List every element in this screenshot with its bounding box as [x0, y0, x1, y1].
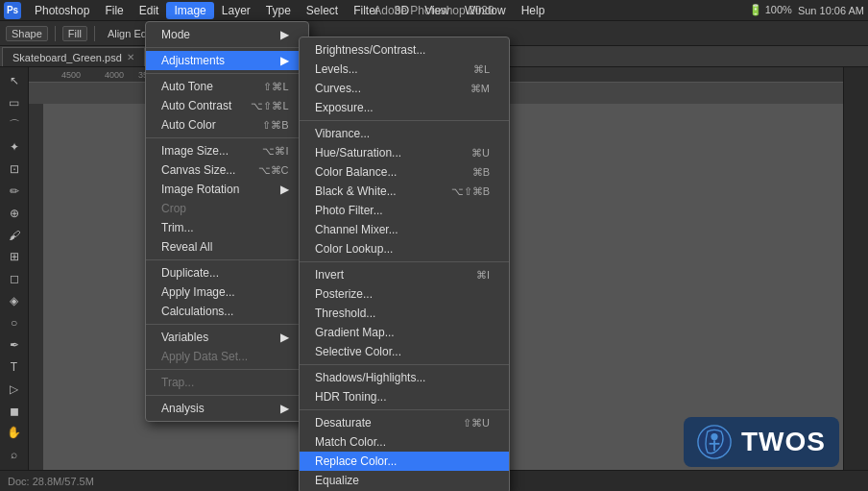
menu-sep-5 [146, 324, 308, 325]
adj-color-lookup[interactable]: Color Lookup... [300, 239, 509, 258]
svg-point-16 [711, 433, 717, 440]
adj-sep-4 [300, 409, 509, 410]
menu-item-variables[interactable]: Variables▶ [146, 328, 308, 347]
right-panel [843, 67, 868, 491]
menu-sep-1 [146, 47, 308, 48]
tool-gradient[interactable]: ◈ [4, 291, 25, 311]
status-doc-sizes: Doc: 28.8M/57.5M [8, 476, 94, 487]
toolbar-sep2 [94, 26, 95, 41]
twos-badge: TWOS [684, 417, 839, 467]
adj-desaturate[interactable]: Desaturate⇧⌘U [300, 413, 509, 432]
tool-select-rect[interactable]: ▭ [4, 93, 25, 113]
adj-replace-color[interactable]: Replace Color... [300, 452, 509, 471]
adjustments-submenu: Brightness/Contrast... Levels...⌘L Curve… [299, 37, 510, 491]
menu-help[interactable]: Help [514, 2, 553, 19]
app-title: Adobe Photoshop 2020 [374, 4, 494, 17]
image-menu-dropdown: Mode▶ Adjustments▶ Auto Tone⇧⌘L Auto Con… [145, 21, 309, 422]
ruler-vertical [29, 104, 44, 491]
adj-curves[interactable]: Curves...⌘M [300, 79, 509, 98]
tool-lasso[interactable]: ⌒ [4, 115, 25, 135]
tool-shape[interactable]: Shape [6, 26, 48, 41]
adj-color-balance[interactable]: Color Balance...⌘B [300, 162, 509, 182]
tool-magic-wand[interactable]: ✦ [4, 137, 25, 158]
tool-brush[interactable]: 🖌 [4, 225, 25, 245]
adj-sep-2 [300, 261, 509, 262]
twos-logo-icon [697, 425, 732, 459]
adj-brightness-contrast[interactable]: Brightness/Contrast... [300, 40, 509, 60]
adj-equalize[interactable]: Equalize [300, 471, 509, 490]
adj-black-white[interactable]: Black & White...⌥⇧⌘B [300, 182, 509, 201]
tool-shape-tool[interactable]: ◼ [4, 401, 25, 421]
menu-item-trim[interactable]: Trim... [146, 218, 308, 237]
tools-panel: ↖ ▭ ⌒ ✦ ⊡ ✏ ⊕ 🖌 ⊞ ◻ ◈ ○ ✒ T ▷ ◼ ✋ ⌕ [0, 67, 29, 491]
menu-sep-7 [146, 395, 308, 396]
tool-eraser[interactable]: ◻ [4, 269, 25, 289]
menu-sep-6 [146, 369, 308, 370]
twos-text: TWOS [741, 427, 826, 457]
adj-exposure[interactable]: Exposure... [300, 98, 509, 117]
menu-item-image-rotation[interactable]: Image Rotation▶ [146, 180, 308, 199]
menu-photoshop[interactable]: Photoshop [27, 2, 97, 19]
adj-hue-saturation[interactable]: Hue/Saturation...⌘U [300, 143, 509, 162]
menu-sep-4 [146, 259, 308, 260]
tool-fill[interactable]: Fill [62, 26, 87, 41]
tool-crop[interactable]: ⊡ [4, 160, 25, 180]
battery-indicator: 🔋 100% [749, 4, 792, 16]
tool-zoom[interactable]: ⌕ [4, 445, 25, 465]
tool-eyedropper[interactable]: ✏ [4, 181, 25, 201]
close-tab-skateboard[interactable]: ✕ [127, 52, 134, 62]
adj-shadows-highlights[interactable]: Shadows/Highlights... [300, 368, 509, 387]
menu-sep-3 [146, 137, 308, 138]
clock: Sun 10:06 AM [798, 5, 864, 16]
adj-vibrance[interactable]: Vibrance... [300, 124, 509, 143]
menu-select[interactable]: Select [299, 2, 346, 19]
menu-item-duplicate[interactable]: Duplicate... [146, 263, 308, 282]
menu-item-apply-image[interactable]: Apply Image... [146, 282, 308, 302]
menu-bar: Ps Photoshop File Edit Image Layer Type … [0, 0, 868, 21]
tab-skateboard[interactable]: Skateboard_Green.psd ✕ [2, 47, 145, 66]
menu-file[interactable]: File [97, 2, 131, 19]
menu-image[interactable]: Image [166, 2, 213, 19]
tool-type[interactable]: T [4, 356, 25, 377]
menu-sep-2 [146, 73, 308, 74]
menu-item-auto-color[interactable]: Auto Color⇧⌘B [146, 115, 308, 135]
menu-layer[interactable]: Layer [214, 2, 258, 19]
menu-item-mode[interactable]: Mode▶ [146, 25, 308, 44]
menu-item-image-size[interactable]: Image Size...⌥⌘I [146, 141, 308, 160]
adj-posterize[interactable]: Posterize... [300, 284, 509, 304]
ps-logo: Ps [4, 2, 21, 19]
adj-threshold[interactable]: Threshold... [300, 304, 509, 323]
menu-type[interactable]: Type [258, 2, 299, 19]
menu-item-auto-contrast[interactable]: Auto Contrast⌥⇧⌘L [146, 96, 308, 115]
tool-hand[interactable]: ✋ [4, 423, 25, 443]
menu-item-adjustments[interactable]: Adjustments▶ [146, 51, 308, 70]
tool-pen[interactable]: ✒ [4, 335, 25, 356]
menu-item-reveal-all[interactable]: Reveal All [146, 237, 308, 257]
adj-selective-color[interactable]: Selective Color... [300, 342, 509, 361]
adj-gradient-map[interactable]: Gradient Map... [300, 323, 509, 342]
menu-item-canvas-size[interactable]: Canvas Size...⌥⌘C [146, 160, 308, 180]
tool-path-select[interactable]: ▷ [4, 379, 25, 399]
menu-item-calculations[interactable]: Calculations... [146, 302, 308, 321]
menu-item-trap: Trap... [146, 373, 308, 392]
tool-healing[interactable]: ⊕ [4, 203, 25, 223]
tool-clone[interactable]: ⊞ [4, 247, 25, 267]
menu-edit[interactable]: Edit [132, 2, 167, 19]
adj-hdr-toning[interactable]: HDR Toning... [300, 387, 509, 406]
adj-match-color[interactable]: Match Color... [300, 432, 509, 452]
menu-item-auto-tone[interactable]: Auto Tone⇧⌘L [146, 77, 308, 96]
adj-invert[interactable]: Invert⌘I [300, 265, 509, 284]
menu-item-analysis[interactable]: Analysis▶ [146, 399, 308, 418]
adj-sep-1 [300, 120, 509, 121]
tool-dodge[interactable]: ○ [4, 313, 25, 333]
menu-item-crop: Crop [146, 199, 308, 218]
adj-sep-3 [300, 364, 509, 365]
menu-item-apply-data-set: Apply Data Set... [146, 347, 308, 366]
tool-move[interactable]: ↖ [4, 71, 25, 91]
adj-channel-mixer[interactable]: Channel Mixer... [300, 220, 509, 239]
menu-bar-right: 🔋 100% Sun 10:06 AM [749, 4, 864, 16]
adj-photo-filter[interactable]: Photo Filter... [300, 201, 509, 220]
adj-levels[interactable]: Levels...⌘L [300, 60, 509, 79]
toolbar-sep [55, 26, 56, 41]
